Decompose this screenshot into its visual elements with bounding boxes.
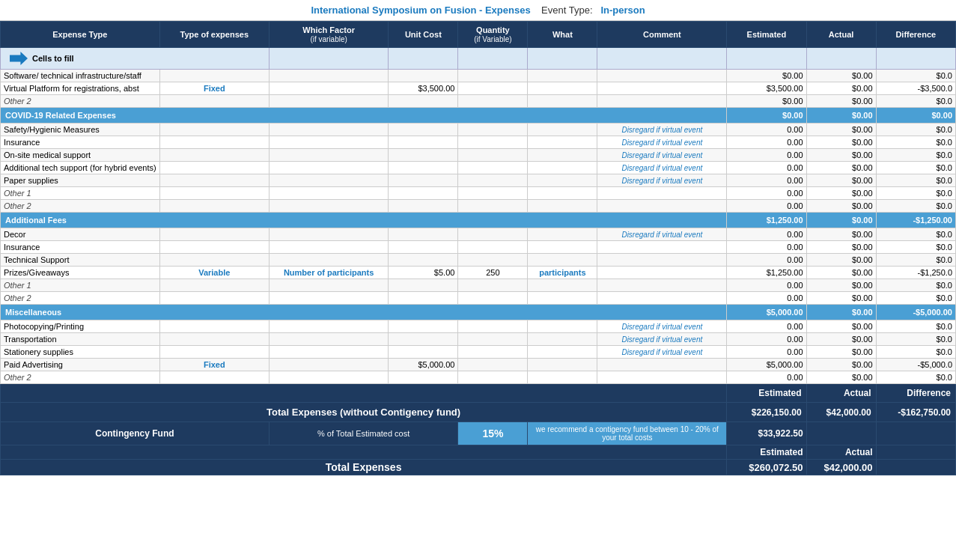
column-header-row: Expense Type Type of expenses Which Fact… xyxy=(1,22,956,48)
table-row: Virtual Platform for registrations, abst… xyxy=(1,82,956,95)
col-unit-cost: Unit Cost xyxy=(389,22,458,48)
total-expenses-labels-row: Estimated Actual xyxy=(1,445,956,460)
table-row: Insurance 0.00 $0.00 $0.0 xyxy=(1,241,956,254)
table-row: Transportation Disregard if virtual even… xyxy=(1,333,956,346)
cells-to-fill-label: Cells to fill xyxy=(32,54,74,63)
col-estimated: Estimated xyxy=(727,22,806,48)
total-without-contingency-row: Total Expenses (without Contigency fund)… xyxy=(1,403,956,422)
table-row: Paid Advertising Fixed $5,000.00 $5,000.… xyxy=(1,359,956,371)
table-row: Decor Disregard if virtual event 0.00 $0… xyxy=(1,228,956,241)
event-type: In-person xyxy=(600,4,645,16)
table-row: Software/ technical infrastructure/staff… xyxy=(1,70,956,82)
col-type-expenses: Type of expenses xyxy=(159,22,269,48)
total-expenses-row: Total Expenses $260,072.50 $42,000.00 xyxy=(1,460,956,475)
contingency-row: Contingency Fund % of Total Estimated co… xyxy=(1,422,956,445)
table-row: Other 2 0.00 $0.00 $0.0 xyxy=(1,371,956,384)
header-bar: International Symposium on Fusion - Expe… xyxy=(0,0,956,21)
col-quantity: Quantity (if Variable) xyxy=(458,22,528,48)
col-actual: Actual xyxy=(806,22,876,48)
col-comment: Comment xyxy=(597,22,727,48)
table-row: Technical Support 0.00 $0.00 $0.0 xyxy=(1,254,956,267)
additional-fees-header: Additional Fees $1,250.00 $0.00 -$1,250.… xyxy=(1,213,956,228)
table-row: Prizes/Giveaways Variable Number of part… xyxy=(1,267,956,279)
table-row: Stationery supplies Disregard if virtual… xyxy=(1,346,956,359)
table-row: Insurance Disregard if virtual event 0.0… xyxy=(1,136,956,149)
table-row: Other 2 0.00 $0.00 $0.0 xyxy=(1,292,956,305)
misc-section-header: Miscellaneous $5,000.00 $0.00 -$5,000.00 xyxy=(1,305,956,320)
total-expenses-header-row: Estimated Actual Difference xyxy=(1,384,956,403)
cells-to-fill-cell: Cells to fill xyxy=(1,48,270,70)
covid-section-label: COVID-19 Related Expenses xyxy=(1,108,727,124)
title-main: International Symposium on Fusion - Expe… xyxy=(311,4,530,16)
table-row: Photocopying/Printing Disregard if virtu… xyxy=(1,320,956,333)
table-row: Safety/Hygienic Measures Disregard if vi… xyxy=(1,124,956,136)
table-row: Paper supplies Disregard if virtual even… xyxy=(1,174,956,187)
covid-section-header: COVID-19 Related Expenses $0.00 $0.00 $0… xyxy=(1,108,956,124)
arrow-right-icon xyxy=(10,52,28,65)
table-row: Other 1 0.00 $0.00 $0.0 xyxy=(1,279,956,292)
table-row: Other 1 0.00 $0.00 $0.0 xyxy=(1,187,956,200)
col-difference: Difference xyxy=(876,22,955,48)
col-which-factor: Which Factor (if variable) xyxy=(269,22,388,48)
table-row: Additional tech support (for hybrid even… xyxy=(1,162,956,174)
table-row: Other 2 0.00 $0.00 $0.0 xyxy=(1,200,956,213)
table-row: On-site medical support Disregard if vir… xyxy=(1,149,956,162)
event-label: Event Type: xyxy=(541,4,592,16)
col-expense-type: Expense Type xyxy=(1,22,160,48)
cells-to-fill-row: Cells to fill xyxy=(1,48,956,70)
table-row: Other 2 $0.00 $0.00 $0.0 xyxy=(1,95,956,108)
col-what: What xyxy=(528,22,597,48)
